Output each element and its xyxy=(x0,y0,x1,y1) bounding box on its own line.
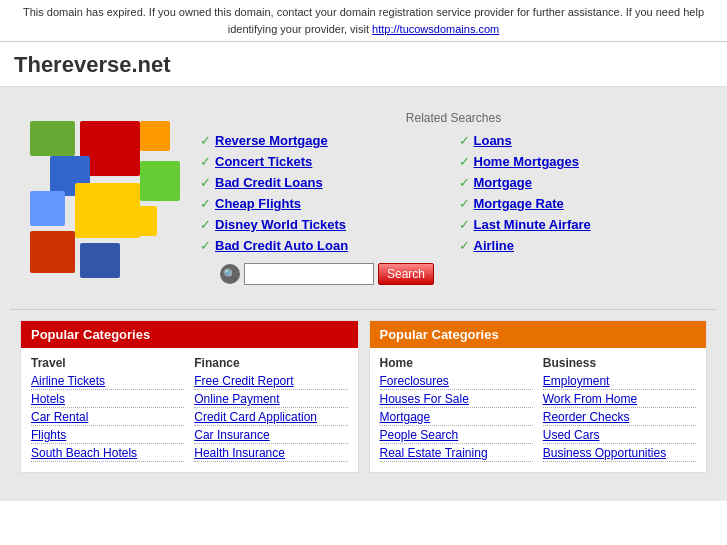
pop-link[interactable]: Business Opportunities xyxy=(543,446,696,462)
pop-link[interactable]: Car Rental xyxy=(31,410,184,426)
logo-tile xyxy=(80,243,120,278)
rs-item: ✓Bad Credit Loans xyxy=(200,175,449,190)
pop-link[interactable]: Houses For Sale xyxy=(380,392,533,408)
rs-link[interactable]: Loans xyxy=(474,133,512,148)
search-panel: Related Searches ✓Reverse Mortgage✓Conce… xyxy=(10,101,717,305)
rs-item: ✓Home Mortgages xyxy=(459,154,708,169)
rs-link[interactable]: Airline xyxy=(474,238,514,253)
check-icon: ✓ xyxy=(459,238,470,253)
rs-link[interactable]: Cheap Flights xyxy=(215,196,301,211)
check-icon: ✓ xyxy=(459,217,470,232)
pop-col-finance: Finance Free Credit ReportOnline Payment… xyxy=(194,356,347,464)
pop-link[interactable]: Health Insurance xyxy=(194,446,347,462)
rs-item: ✓Mortgage xyxy=(459,175,708,190)
rs-link[interactable]: Home Mortgages xyxy=(474,154,579,169)
popular-content-right: Home ForeclosuresHouses For SaleMortgage… xyxy=(370,348,707,472)
rs-item: ✓Airline xyxy=(459,238,708,253)
rs-link[interactable]: Mortgage Rate xyxy=(474,196,564,211)
logo-tile xyxy=(30,121,75,156)
pop-link[interactable]: Credit Card Application xyxy=(194,410,347,426)
check-icon: ✓ xyxy=(200,196,211,211)
rs-link[interactable]: Bad Credit Loans xyxy=(215,175,323,190)
check-icon: ✓ xyxy=(459,154,470,169)
rs-item: ✓Concert Tickets xyxy=(200,154,449,169)
main-area: Related Searches ✓Reverse Mortgage✓Conce… xyxy=(0,87,727,501)
pop-col-business-title: Business xyxy=(543,356,696,370)
related-searches: Related Searches ✓Reverse Mortgage✓Conce… xyxy=(200,111,707,285)
notice-link[interactable]: http://tucowsdomains.com xyxy=(372,23,499,35)
rs-link[interactable]: Mortgage xyxy=(474,175,533,190)
search-button[interactable]: Search xyxy=(378,263,434,285)
rs-link[interactable]: Concert Tickets xyxy=(215,154,312,169)
pop-col-home-title: Home xyxy=(380,356,533,370)
check-icon: ✓ xyxy=(200,175,211,190)
pop-link[interactable]: Reorder Checks xyxy=(543,410,696,426)
pop-link[interactable]: Car Insurance xyxy=(194,428,347,444)
logo-tiles xyxy=(20,111,180,281)
pop-link[interactable]: Online Payment xyxy=(194,392,347,408)
rs-item: ✓Mortgage Rate xyxy=(459,196,708,211)
logo-tile xyxy=(127,206,157,236)
divider xyxy=(10,309,717,310)
logo-tile xyxy=(30,191,65,226)
popular-box-left: Popular Categories Travel Airline Ticket… xyxy=(20,320,359,473)
logo-tile xyxy=(140,161,180,201)
popular-header-left: Popular Categories xyxy=(21,321,358,348)
check-icon: ✓ xyxy=(200,133,211,148)
pop-link[interactable]: Flights xyxy=(31,428,184,444)
pop-link[interactable]: Mortgage xyxy=(380,410,533,426)
pop-link[interactable]: Used Cars xyxy=(543,428,696,444)
pop-col-travel-title: Travel xyxy=(31,356,184,370)
check-icon: ✓ xyxy=(200,238,211,253)
rs-item: ✓Disney World Tickets xyxy=(200,217,449,232)
popular-box-right: Popular Categories Home ForeclosuresHous… xyxy=(369,320,708,473)
rs-link[interactable]: Disney World Tickets xyxy=(215,217,346,232)
pop-col-home: Home ForeclosuresHouses For SaleMortgage… xyxy=(380,356,533,464)
search-box-row: 🔍 Search xyxy=(200,263,707,285)
pop-col-business: Business EmploymentWork From HomeReorder… xyxy=(543,356,696,464)
pop-link[interactable]: People Search xyxy=(380,428,533,444)
popular-content-left: Travel Airline TicketsHotelsCar RentalFl… xyxy=(21,348,358,472)
rs-link[interactable]: Bad Credit Auto Loan xyxy=(215,238,348,253)
pop-link[interactable]: Foreclosures xyxy=(380,374,533,390)
site-title: Thereverse.net xyxy=(14,52,713,78)
rs-link[interactable]: Last Minute Airfare xyxy=(474,217,591,232)
search-icon: 🔍 xyxy=(220,264,240,284)
header: Thereverse.net xyxy=(0,42,727,87)
rs-link[interactable]: Reverse Mortgage xyxy=(215,133,328,148)
notice-text: This domain has expired. If you owned th… xyxy=(23,6,704,35)
search-input[interactable] xyxy=(244,263,374,285)
related-searches-title: Related Searches xyxy=(200,111,707,125)
rs-item: ✓Loans xyxy=(459,133,708,148)
pop-link[interactable]: South Beach Hotels xyxy=(31,446,184,462)
popular-row: Popular Categories Travel Airline Ticket… xyxy=(10,320,717,487)
check-icon: ✓ xyxy=(459,196,470,211)
check-icon: ✓ xyxy=(459,175,470,190)
rs-item: ✓Cheap Flights xyxy=(200,196,449,211)
rs-columns: ✓Reverse Mortgage✓Concert Tickets✓Bad Cr… xyxy=(200,133,707,253)
check-icon: ✓ xyxy=(459,133,470,148)
pop-link[interactable]: Free Credit Report xyxy=(194,374,347,390)
pop-link[interactable]: Real Estate Training xyxy=(380,446,533,462)
pop-col-travel: Travel Airline TicketsHotelsCar RentalFl… xyxy=(31,356,184,464)
rs-item: ✓Bad Credit Auto Loan xyxy=(200,238,449,253)
pop-col-finance-title: Finance xyxy=(194,356,347,370)
pop-link[interactable]: Airline Tickets xyxy=(31,374,184,390)
check-icon: ✓ xyxy=(200,154,211,169)
rs-col-2: ✓Loans✓Home Mortgages✓Mortgage✓Mortgage … xyxy=(459,133,708,253)
rs-item: ✓Last Minute Airfare xyxy=(459,217,708,232)
popular-header-right: Popular Categories xyxy=(370,321,707,348)
notice-bar: This domain has expired. If you owned th… xyxy=(0,0,727,42)
pop-link[interactable]: Work From Home xyxy=(543,392,696,408)
check-icon: ✓ xyxy=(200,217,211,232)
rs-item: ✓Reverse Mortgage xyxy=(200,133,449,148)
pop-link[interactable]: Hotels xyxy=(31,392,184,408)
pop-link[interactable]: Employment xyxy=(543,374,696,390)
logo-tile xyxy=(30,231,75,273)
logo-tile xyxy=(140,121,170,151)
rs-col-1: ✓Reverse Mortgage✓Concert Tickets✓Bad Cr… xyxy=(200,133,449,253)
